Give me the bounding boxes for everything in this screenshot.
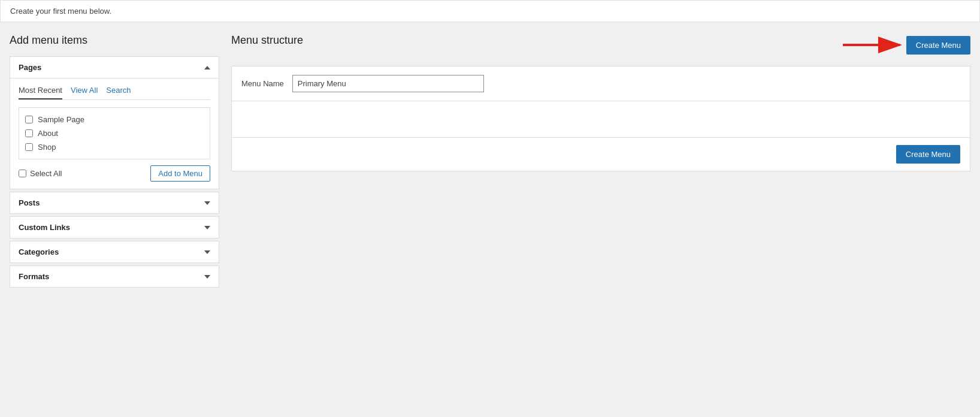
posts-accordion-header[interactable]: Posts: [10, 192, 219, 213]
menu-structure-box: Menu Name Create Menu: [231, 66, 970, 171]
categories-label: Categories: [19, 247, 59, 256]
create-menu-top-area: Create Menu: [837, 34, 970, 56]
checkbox-shop[interactable]: [25, 143, 33, 151]
menu-name-label: Menu Name: [241, 79, 284, 88]
menu-structure-title: Menu structure: [231, 34, 303, 47]
add-to-menu-button[interactable]: Add to Menu: [150, 165, 210, 182]
tab-search[interactable]: Search: [106, 86, 131, 99]
checkbox-about[interactable]: [25, 129, 33, 137]
notice-bar: Create your first menu below.: [0, 0, 980, 22]
right-panel: Menu structure Create Menu: [231, 34, 970, 171]
left-panel: Add menu items Pages Most Recent View Al…: [10, 34, 219, 290]
categories-accordion: Categories: [10, 241, 219, 263]
notice-text: Create your first menu below.: [10, 7, 111, 16]
posts-accordion: Posts: [10, 192, 219, 214]
create-menu-top-button[interactable]: Create Menu: [906, 36, 970, 55]
custom-links-accordion: Custom Links: [10, 216, 219, 238]
select-all-label[interactable]: Select All: [19, 169, 62, 178]
custom-links-label: Custom Links: [19, 223, 70, 232]
formats-accordion-header[interactable]: Formats: [10, 266, 219, 287]
page-label-sample-page: Sample Page: [38, 115, 84, 124]
menu-empty-area: [232, 101, 970, 137]
chevron-down-icon-formats: [204, 275, 210, 279]
red-arrow-icon: [837, 34, 909, 56]
pages-accordion-content: Most Recent View All Search Sample Page …: [10, 78, 219, 189]
pages-list: Sample Page About Shop: [19, 107, 210, 159]
formats-accordion: Formats: [10, 265, 219, 288]
chevron-down-icon-posts: [204, 201, 210, 205]
add-menu-items-title: Add menu items: [10, 34, 219, 47]
pages-tabs: Most Recent View All Search: [19, 86, 210, 100]
custom-links-accordion-header[interactable]: Custom Links: [10, 217, 219, 238]
create-menu-bottom-button[interactable]: Create Menu: [896, 145, 960, 164]
chevron-down-icon-custom-links: [204, 226, 210, 229]
select-all-row: Select All Add to Menu: [19, 165, 210, 182]
chevron-up-icon: [204, 66, 210, 70]
select-all-text: Select All: [30, 169, 62, 178]
categories-accordion-header[interactable]: Categories: [10, 241, 219, 262]
checkbox-sample-page[interactable]: [25, 116, 33, 123]
tab-view-all[interactable]: View All: [71, 86, 98, 99]
page-item-about[interactable]: About: [24, 126, 205, 140]
page-label-about: About: [38, 129, 58, 138]
formats-label: Formats: [19, 272, 49, 281]
tab-most-recent[interactable]: Most Recent: [19, 86, 62, 99]
posts-label: Posts: [19, 198, 40, 207]
page-item-shop[interactable]: Shop: [24, 140, 205, 154]
main-content: Add menu items Pages Most Recent View Al…: [0, 22, 980, 302]
checkbox-select-all[interactable]: [19, 170, 26, 177]
pages-accordion: Pages Most Recent View All Search Sample…: [10, 56, 219, 189]
page-item-sample-page[interactable]: Sample Page: [24, 113, 205, 126]
menu-name-row: Menu Name: [232, 67, 970, 101]
menu-footer-row: Create Menu: [232, 137, 970, 171]
chevron-down-icon-categories: [204, 250, 210, 254]
menu-name-input[interactable]: [292, 75, 484, 92]
page-label-shop: Shop: [38, 143, 56, 152]
pages-label: Pages: [19, 63, 41, 72]
pages-accordion-header[interactable]: Pages: [10, 57, 219, 78]
